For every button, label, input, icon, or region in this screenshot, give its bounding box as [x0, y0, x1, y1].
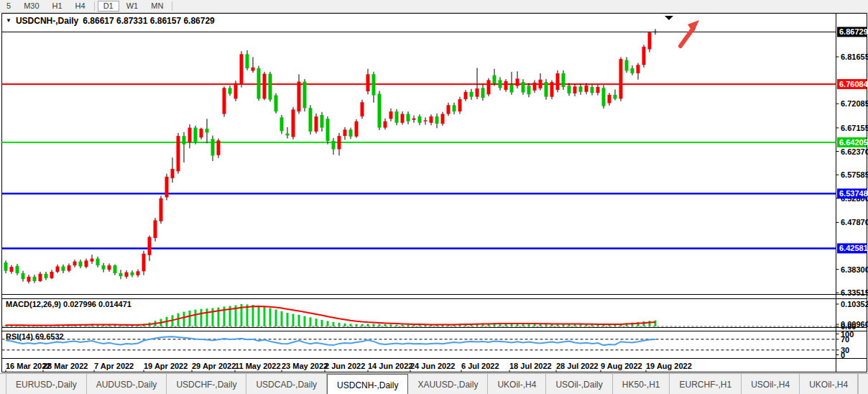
price-badge-label: 6.42581 [839, 244, 868, 252]
timeframe-button-5[interactable]: 5 [1, 1, 17, 12]
candle-body [217, 140, 221, 155]
time-axis-label: 28 Mar 2022 [43, 362, 88, 370]
candle-body [619, 59, 623, 98]
price-tick-label: 6.33515 [841, 288, 868, 297]
candle-body [315, 116, 318, 132]
timeframe-button-D1[interactable]: D1 [98, 1, 119, 12]
candle-body [200, 129, 203, 137]
candle-body [447, 105, 451, 114]
time-axis-label: 9 Aug 2022 [601, 362, 642, 370]
symbol-tab-usoil-daily[interactable]: USOil-,Daily [546, 374, 612, 394]
candle-body [263, 74, 267, 99]
candle-body [418, 116, 422, 123]
symbol-tab-ukoil-h4[interactable]: UKOil-,H4 [488, 374, 546, 394]
candle-body [470, 92, 474, 97]
symbol-tab-usdchf-daily[interactable]: USDCHF-,Daily [167, 374, 246, 394]
candle-body [499, 80, 502, 88]
candle-body [171, 169, 175, 178]
candle-body [550, 82, 554, 96]
candle-body [309, 108, 313, 132]
candle-body [320, 115, 324, 128]
candle-body [389, 111, 393, 119]
candle-body [596, 87, 600, 93]
candle-body [326, 119, 330, 141]
candle-body [504, 81, 508, 90]
candle-body [573, 86, 577, 93]
candle-body [395, 111, 399, 123]
price-tick-label: 6.72085 [841, 99, 868, 108]
tab-scroll-controls: ◄► [858, 374, 868, 394]
candle-body [4, 262, 8, 271]
candle-body [614, 95, 617, 98]
candle-body [591, 87, 594, 93]
chart-symbol-label: USDCNH-,Daily [16, 16, 78, 26]
symbol-tab-xauusd-daily[interactable]: XAUUSD-,Daily [408, 374, 488, 394]
candle-body [22, 273, 25, 279]
candle-body [343, 129, 347, 136]
symbol-tab-ukoil-h4[interactable]: UKOil-,H4 [800, 374, 858, 394]
price-badge-label: 6.86729 [839, 27, 868, 36]
candle-body [349, 129, 353, 137]
symbol-tab-usdcad-daily[interactable]: USDCAD-,Daily [246, 374, 327, 394]
candle-body [33, 277, 37, 281]
candle-body [62, 267, 65, 271]
candle-body [68, 265, 71, 270]
candle-body [487, 80, 491, 94]
symbol-tab-eurchf-h1[interactable]: EURCHF-,H1 [670, 374, 742, 394]
candle-body [556, 73, 560, 90]
timeframe-button-MN[interactable]: MN [145, 1, 169, 12]
symbol-tab-eurusd-daily[interactable]: EURUSD-,Daily [6, 374, 87, 394]
time-axis-label: 28 Jul 2022 [556, 362, 599, 370]
candle-body [631, 68, 634, 73]
candle-body [160, 198, 163, 221]
candle-body [625, 60, 629, 70]
symbol-tab-audusd-daily[interactable]: AUDUSD-,Daily [87, 374, 167, 394]
symbol-tab-usoil-h4[interactable]: USOil-,H4 [742, 374, 800, 394]
candle-body [355, 122, 359, 137]
timeframe-button-M30[interactable]: M30 [18, 1, 45, 12]
timeframe-button-H1[interactable]: H1 [47, 1, 68, 12]
candle-body [568, 86, 571, 93]
candle-body [476, 88, 479, 97]
time-axis-label: 11 May 2022 [235, 362, 281, 370]
candle-body [137, 271, 140, 275]
candle-body [585, 86, 588, 92]
time-axis-label: 18 Jul 2022 [509, 362, 552, 370]
macd-axis-label: 0.10352 [841, 300, 868, 308]
candle-body [39, 274, 42, 281]
candle-body [464, 92, 468, 99]
candle-body [206, 129, 209, 132]
candle-body [297, 81, 301, 111]
chart-menu-icon[interactable]: ▼ [6, 18, 11, 24]
candle-body [361, 102, 364, 116]
candle-body [131, 272, 134, 275]
candle-body [274, 96, 278, 111]
candle-body [481, 88, 485, 98]
timeframe-button-H4[interactable]: H4 [70, 1, 91, 12]
toolbar-separator [94, 1, 95, 11]
candle-body [125, 272, 129, 277]
chart-canvas[interactable]: 6.816556.720856.671556.623706.575856.528… [0, 0, 868, 394]
candle-body [280, 117, 284, 131]
price-tick-label: 6.47870 [841, 218, 868, 226]
candle-body [338, 136, 341, 149]
symbol-tab-usdcnh-daily[interactable]: USDCNH-,Daily [327, 374, 408, 394]
candle-body [424, 120, 428, 121]
price-tick-label: 6.81655 [841, 52, 868, 61]
candle-body [16, 266, 19, 273]
candle-body [142, 254, 146, 272]
symbol-tab-hk50-h1[interactable]: HK50-,H1 [613, 374, 670, 394]
rsi-axis-label: 70 [841, 335, 849, 344]
chart-ohlc-values: 6.86617 6.87331 6.86157 6.86729 [83, 16, 215, 26]
candle-body [516, 78, 520, 86]
candle-body [412, 119, 416, 120]
rsi-axis-label: 0 [841, 351, 845, 359]
price-tick-label: 6.57585 [841, 170, 868, 179]
timeframe-button-W1[interactable]: W1 [121, 1, 144, 12]
candle-body [79, 262, 83, 267]
candle-body [527, 86, 531, 94]
time-axis-label: 19 Apr 2022 [144, 362, 188, 370]
candle-body [372, 74, 376, 95]
candle-body [102, 265, 106, 269]
symbol-tab-bar: EURUSD-,DailyAUDUSD-,DailyUSDCHF-,DailyU… [0, 373, 868, 394]
